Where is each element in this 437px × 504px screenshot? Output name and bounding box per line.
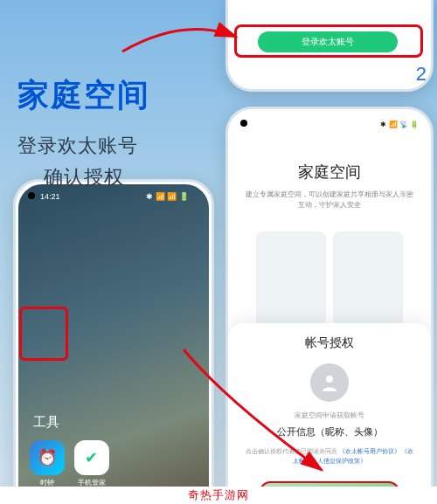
subtitle-2: 确认授权: [17, 164, 150, 190]
card: [256, 231, 326, 328]
highlight-login-button: [234, 24, 423, 58]
status-bar: ✱ 📶 📡 🔋: [228, 118, 431, 130]
agree-prefix: 点击确认授权代表您已阅读并同意: [246, 448, 337, 454]
sheet-title: 帐号授权: [228, 335, 431, 351]
status-icons: ✱ 📶 📶 🔋: [146, 192, 189, 201]
status-bar: 14:21 ✱ 📶 📶 🔋: [16, 190, 212, 203]
feature-cards: [254, 231, 405, 328]
subtitle-1: 登录欢太账号: [17, 133, 150, 159]
card: [333, 231, 403, 328]
page-title: 家庭空间: [228, 162, 431, 183]
title-area: 家庭空间 登录欢太账号 确认授权: [17, 74, 150, 190]
watermark: 奇热手游网: [0, 487, 437, 504]
agreement-text: 点击确认授权代表您已阅读并同意 《欢太帐号用户协议》 《欢太帐号个人信息保护政策…: [228, 447, 431, 466]
shield-icon: ✔: [74, 440, 109, 475]
app-security[interactable]: ✔手机管家: [71, 440, 112, 487]
phone-bottom-right: ✱ 📶 📡 🔋 家庭空间 建立专属家庭空间，可以创建家庭共享相册与家人亲密互动，…: [225, 107, 434, 489]
page-description: 建立专属家庭空间，可以创建家庭共享相册与家人亲密互动，守护家人安全: [228, 190, 431, 211]
status-time: 14:21: [40, 192, 60, 201]
avatar-placeholder: [310, 363, 349, 402]
main-title: 家庭空间: [17, 74, 150, 117]
app-clock[interactable]: ⏰时钟: [26, 440, 67, 487]
page-header: 家庭空间 建立专属家庭空间，可以创建家庭共享相册与家人亲密互动，守护家人安全: [228, 162, 431, 211]
clock-icon: ⏰: [30, 440, 65, 475]
person-icon: [319, 372, 340, 393]
auth-sheet: 帐号授权 家庭空间申请获取帐号 公开信息（昵称、头像） 点击确认授权代表您已阅读…: [228, 323, 431, 489]
highlight-family-app: [19, 307, 68, 361]
user-agreement-link[interactable]: 《欢太帐号用户协议》: [339, 448, 400, 454]
public-info-text: 公开信息（昵称、头像）: [228, 425, 431, 438]
request-text: 家庭空间申请获取帐号: [228, 411, 431, 420]
svg-point-0: [326, 376, 333, 383]
folder-title: 工具: [33, 414, 59, 431]
step-number-2: 2: [416, 63, 427, 86]
